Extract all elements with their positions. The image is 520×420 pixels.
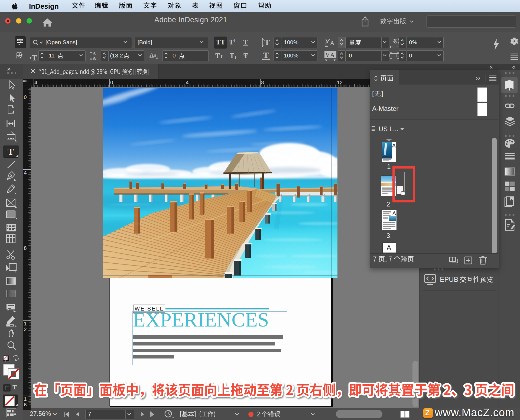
svg-text:a: a [154,53,156,58]
svg-text:A: A [93,56,96,60]
svg-text:V: V [325,51,330,58]
svg-text:T: T [263,51,269,59]
svg-text:A: A [150,52,154,58]
svg-text:T: T [264,38,270,47]
svg-text:A: A [330,51,335,58]
svg-text:A: A [330,39,335,46]
